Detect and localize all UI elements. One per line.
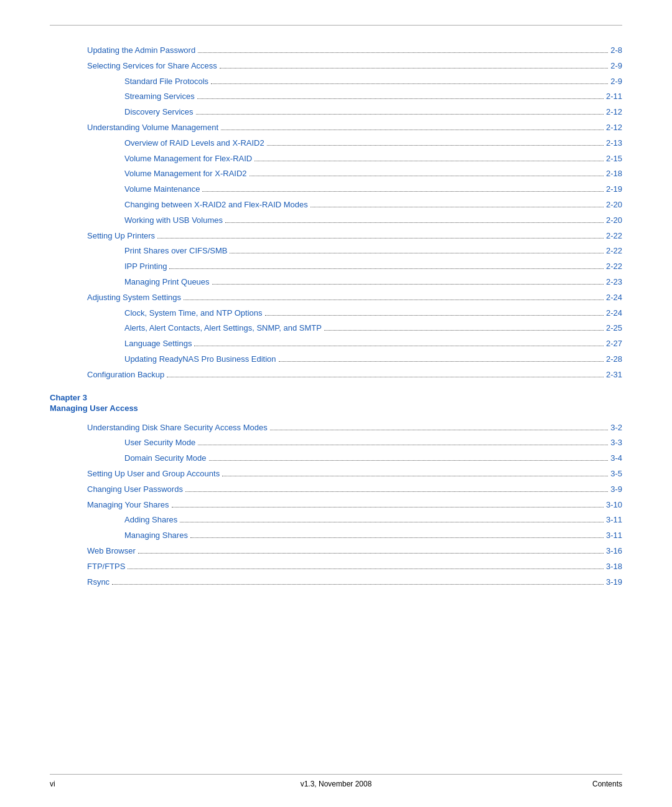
toc-entry-text: Changing between X-RAID2 and Flex-RAID M… bbox=[124, 199, 308, 212]
toc-page-num: 2-22 bbox=[606, 245, 622, 258]
toc-entry-text: Managing Shares bbox=[124, 529, 188, 542]
toc-dots bbox=[250, 176, 604, 176]
toc-entry[interactable]: Print Shares over CIFS/SMB2-22 bbox=[50, 245, 622, 258]
toc-dots bbox=[190, 537, 604, 538]
toc-entry[interactable]: Selecting Services for Share Access2-9 bbox=[50, 60, 622, 73]
page: Updating the Admin Password2-8Selecting … bbox=[0, 0, 672, 807]
toc-dots bbox=[267, 145, 604, 146]
toc-page-num: 2-20 bbox=[606, 214, 622, 227]
toc-entry[interactable]: Understanding Volume Management2-12 bbox=[50, 121, 622, 134]
toc-page-num: 3-16 bbox=[606, 545, 622, 558]
toc-dots bbox=[169, 268, 604, 269]
toc-entry[interactable]: Configuration Backup2-31 bbox=[50, 369, 622, 382]
toc-page-num: 2-19 bbox=[606, 183, 622, 196]
toc-entry[interactable]: Managing Print Queues2-23 bbox=[50, 276, 622, 289]
toc-entry-text: Streaming Services bbox=[124, 90, 195, 103]
toc-entry[interactable]: Overview of RAID Levels and X-RAID22-13 bbox=[50, 137, 622, 150]
toc-entry[interactable]: Setting Up Printers2-22 bbox=[50, 230, 622, 243]
toc-entry-text: IPP Printing bbox=[124, 260, 167, 273]
toc-page-num: 2-13 bbox=[606, 137, 622, 150]
toc-entry[interactable]: Setting Up User and Group Accounts3-5 bbox=[50, 468, 622, 481]
toc-dots bbox=[172, 507, 604, 507]
toc-entry[interactable]: Web Browser3-16 bbox=[50, 545, 622, 558]
toc-page-num: 3-9 bbox=[610, 483, 622, 496]
toc-entry-text: Adding Shares bbox=[124, 514, 177, 527]
toc-entry[interactable]: Domain Security Mode3-4 bbox=[50, 452, 622, 465]
toc-entry[interactable]: Volume Management for Flex-RAID2-15 bbox=[50, 153, 622, 166]
toc-entry-text: Adjusting System Settings bbox=[87, 291, 181, 304]
toc-entry[interactable]: Managing Shares3-11 bbox=[50, 529, 622, 542]
toc-page-num: 3-19 bbox=[606, 576, 622, 589]
footer-center: v1.3, November 2008 bbox=[0, 775, 672, 788]
toc-dots bbox=[254, 161, 604, 161]
toc-entry[interactable]: Managing Your Shares3-10 bbox=[50, 499, 622, 512]
toc-page-num: 2-22 bbox=[606, 230, 622, 243]
toc-entry-text: Working with USB Volumes bbox=[124, 214, 223, 227]
toc-dots bbox=[324, 330, 604, 331]
toc-entry[interactable]: FTP/FTPS3-18 bbox=[50, 560, 622, 573]
toc-entry-text: Managing Print Queues bbox=[124, 276, 210, 289]
toc-dots bbox=[225, 222, 604, 223]
toc-entry[interactable]: User Security Mode3-3 bbox=[50, 437, 622, 450]
toc-entry-text: Selecting Services for Share Access bbox=[87, 60, 217, 73]
chapter3-title: Managing User Access bbox=[50, 404, 622, 413]
toc-entry[interactable]: IPP Printing2-22 bbox=[50, 260, 622, 273]
toc-dots bbox=[198, 445, 608, 445]
toc-entry[interactable]: Changing between X-RAID2 and Flex-RAID M… bbox=[50, 199, 622, 212]
toc-dots bbox=[222, 476, 608, 476]
toc-dots bbox=[194, 346, 604, 346]
toc-dots bbox=[270, 430, 608, 430]
toc-entry-text: Overview of RAID Levels and X-RAID2 bbox=[124, 137, 264, 150]
toc-page-num: 3-11 bbox=[606, 529, 622, 542]
toc-page-num: 2-9 bbox=[610, 60, 622, 73]
toc-page-num: 3-5 bbox=[610, 468, 622, 481]
toc-entry[interactable]: Standard File Protocols2-9 bbox=[50, 75, 622, 88]
toc-entry-text: Changing User Passwords bbox=[87, 483, 183, 496]
toc-entry[interactable]: Clock, System Time, and NTP Options2-24 bbox=[50, 307, 622, 320]
toc-entry[interactable]: Working with USB Volumes2-20 bbox=[50, 214, 622, 227]
toc-page-num: 2-11 bbox=[606, 90, 622, 103]
toc-page-num: 2-12 bbox=[606, 121, 622, 134]
toc-entry[interactable]: Streaming Services2-11 bbox=[50, 90, 622, 103]
toc-entry-text: Setting Up User and Group Accounts bbox=[87, 468, 220, 481]
toc-dots bbox=[184, 300, 604, 300]
toc-entry-text: Clock, System Time, and NTP Options bbox=[124, 307, 263, 320]
toc-entry[interactable]: Discovery Services2-12 bbox=[50, 106, 622, 119]
toc-page-num: 2-24 bbox=[606, 291, 622, 304]
toc-entry[interactable]: Changing User Passwords3-9 bbox=[50, 483, 622, 496]
toc-entry-text: Understanding Volume Management bbox=[87, 121, 218, 134]
toc-entry[interactable]: Adjusting System Settings2-24 bbox=[50, 291, 622, 304]
toc-dots bbox=[198, 52, 608, 53]
toc-entry-text: Discovery Services bbox=[124, 106, 194, 119]
toc-entry[interactable]: Volume Management for X-RAID22-18 bbox=[50, 168, 622, 181]
toc-main: Updating the Admin Password2-8Selecting … bbox=[50, 44, 622, 382]
toc-page-num: 3-10 bbox=[606, 499, 622, 512]
toc-entry-text: Volume Management for Flex-RAID bbox=[124, 153, 252, 166]
toc-page-num: 2-28 bbox=[606, 353, 622, 366]
toc-entry-text: Language Settings bbox=[124, 337, 192, 351]
toc-entry[interactable]: Rsync3-19 bbox=[50, 576, 622, 589]
toc-dots bbox=[220, 68, 608, 68]
toc-entry[interactable]: Alerts, Alert Contacts, Alert Settings, … bbox=[50, 322, 622, 335]
toc-entry-text: Managing Your Shares bbox=[87, 499, 169, 512]
toc-entry[interactable]: Adding Shares3-11 bbox=[50, 514, 622, 527]
toc-entry-text: Alerts, Alert Contacts, Alert Settings, … bbox=[124, 322, 322, 335]
toc-entry-text: Rsync bbox=[87, 576, 110, 589]
toc-entry[interactable]: Updating ReadyNAS Pro Business Edition2-… bbox=[50, 353, 622, 366]
toc-dots bbox=[279, 361, 604, 362]
toc-dots bbox=[185, 491, 608, 492]
toc-ch3: Understanding Disk Share Security Access… bbox=[50, 422, 622, 589]
toc-entry-text: Web Browser bbox=[87, 545, 136, 558]
toc-entry[interactable]: Volume Maintenance2-19 bbox=[50, 183, 622, 196]
toc-dots bbox=[310, 207, 604, 207]
toc-dots bbox=[196, 114, 604, 115]
toc-entry-text: Understanding Disk Share Security Access… bbox=[87, 422, 268, 435]
toc-entry-text: Volume Maintenance bbox=[124, 183, 200, 196]
toc-page-num: 2-9 bbox=[610, 75, 622, 88]
toc-entry[interactable]: Understanding Disk Share Security Access… bbox=[50, 422, 622, 435]
toc-entry[interactable]: Updating the Admin Password2-8 bbox=[50, 44, 622, 57]
toc-entry[interactable]: Language Settings2-27 bbox=[50, 337, 622, 351]
toc-page-num: 2-15 bbox=[606, 153, 622, 166]
toc-dots bbox=[265, 315, 604, 316]
toc-page-num: 2-31 bbox=[606, 369, 622, 382]
